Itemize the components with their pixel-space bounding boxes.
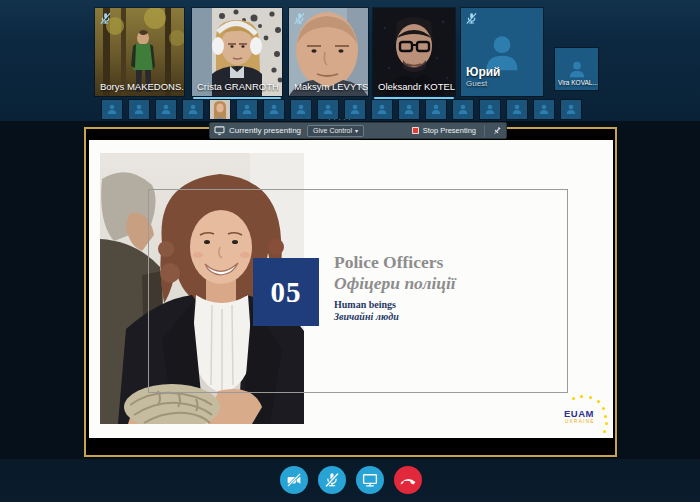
chevron-down-icon: ▾ [355,128,358,134]
mic-off-button[interactable] [318,466,346,494]
presenting-status-label: Currently presenting [229,126,301,135]
stop-presenting-button[interactable]: Stop Presenting [412,126,476,135]
presenting-toolbar: Currently presenting Give Control ▾ Stop… [209,122,507,139]
participant-tile-borys[interactable]: Borys MAKEDONS... [95,8,184,96]
participant-name: Maksym LEVYTSKYI [294,82,368,92]
slide: 05 Police Officers Офіцери поліції Human… [89,140,613,438]
participant-tile-crista[interactable]: Crista GRANROTH [192,8,282,96]
stop-icon [412,127,419,134]
participant-tile-maksym[interactable]: Maksym LEVYTSKYI [289,8,368,96]
muted-mic-icon [293,11,306,24]
participant-role: Guest [466,79,500,89]
thumbnail-participant-avatar[interactable] [372,100,392,119]
participant-name: Borys MAKEDONS... [100,82,184,92]
thumbnail-participant-avatar[interactable] [156,100,176,119]
thumbnail-participant-avatar[interactable] [291,100,311,119]
muted-mic-icon [465,11,478,24]
share-screen-button[interactable] [356,466,384,494]
mic-off-icon [323,471,341,489]
thumbnail-participant-avatar[interactable] [129,100,149,119]
presenting-monitor-icon [214,126,225,135]
participant-tile-vira[interactable]: Vira KOVAL... [555,48,598,90]
pin-button[interactable] [484,125,502,137]
slide-title-uk: Офіцери поліції [334,273,456,294]
participant-tile-yuriy[interactable]: Юрий Guest [461,8,543,96]
presentation-window: 05 Police Officers Офіцери поліції Human… [84,127,617,457]
logo-star [602,407,605,410]
thumbnail-participant-avatar[interactable] [237,100,257,119]
logo-star [580,395,583,398]
slide-number-box: 05 [253,258,319,326]
euam-logo-text: EUAM [564,408,594,419]
euam-logo: EUAM UKRAINE [559,393,611,435]
camera-off-button[interactable] [280,466,308,494]
participant-name: Юрий Guest [466,67,500,89]
thumbnail-participant-avatar[interactable] [480,100,500,119]
meeting-window: Borys MAKEDONS... Crista GRANRO [0,0,700,502]
logo-star [589,396,592,399]
muted-mic-icon [99,11,112,24]
participant-name: Crista GRANROTH [197,82,279,92]
thumbnail-participant-avatar[interactable] [507,100,527,119]
thumbnail-participant-avatar[interactable] [264,100,284,119]
logo-star [597,400,600,403]
pin-icon [492,126,502,136]
hang-up-button[interactable] [394,466,422,494]
participant-tile-oleksandr[interactable]: Oleksandr KOTELE... [373,8,455,96]
slide-subtitle-en: Human beings [334,299,396,310]
thumbnail-participant-avatar[interactable] [561,100,581,119]
camera-off-icon [285,471,303,489]
speaking-indicator [374,97,454,99]
slide-title-en: Police Officers [334,252,443,273]
participant-name: Vira KOVAL... [558,78,598,88]
slide-subtitle-uk: Звичайні люди [334,311,399,322]
participant-name: Oleksandr KOTELE... [378,82,455,92]
thumbnail-participant-avatar[interactable] [102,100,122,119]
call-controls-bar [0,464,700,494]
logo-star [572,397,575,400]
speaking-indicator [193,97,281,99]
euam-logo-subtext: UKRAINE [565,419,595,424]
logo-star [604,415,607,418]
thumbnail-participant-avatar[interactable] [534,100,554,119]
give-control-button[interactable]: Give Control ▾ [307,125,364,137]
thumbnail-participant-avatar[interactable] [183,100,203,119]
logo-star [603,430,606,433]
thumbnail-participant-avatar[interactable] [453,100,473,119]
hang-up-icon [399,471,418,490]
logo-star [605,422,608,425]
thumbnail-participant-avatar[interactable] [399,100,419,119]
thumbnail-participant-photo[interactable] [210,100,230,119]
thumbnail-participant-avatar[interactable] [426,100,446,119]
monitor-icon [361,471,379,489]
